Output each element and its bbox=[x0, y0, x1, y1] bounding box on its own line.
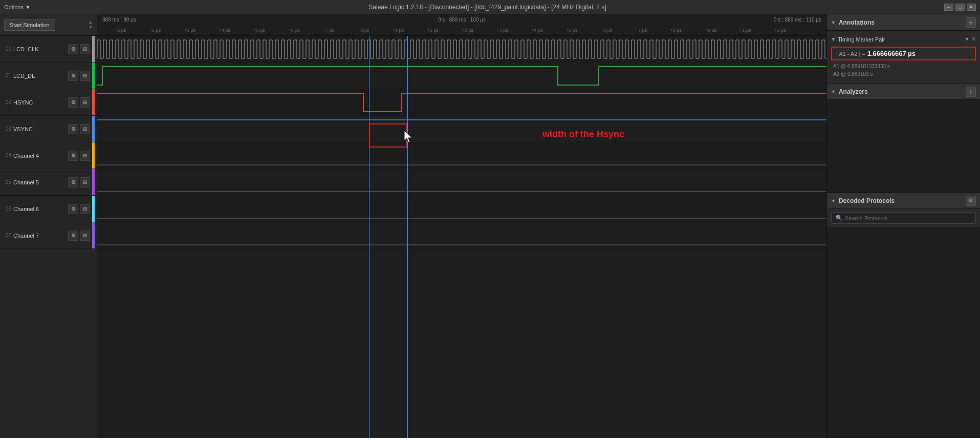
channel-icons: ⚙ ⊞ bbox=[68, 124, 90, 134]
tick-row: +1 µs+2 µs+3 µs+4 µs+5 µs+6 µs+7 µs+8 µs… bbox=[97, 25, 826, 36]
channel-panel: Start Simulation ▲ ▼ 00 LCD_CLK ⚙ ⊞ 01 L… bbox=[0, 14, 97, 438]
channel-name: VSYNC bbox=[13, 126, 66, 132]
analyzers-collapse-icon[interactable]: ▼ bbox=[831, 89, 836, 94]
decoded-protocols-section: ▼ Decoded Protocols ⚙ 🔍 Search Protocols bbox=[827, 193, 980, 438]
marker-a2-line bbox=[407, 36, 408, 438]
channel-icons: ⚙ ⊞ bbox=[68, 71, 90, 81]
decoded-protocols-gear-button[interactable]: ⚙ bbox=[966, 196, 976, 206]
main-layout: Start Simulation ▲ ▼ 00 LCD_CLK ⚙ ⊞ 01 L… bbox=[0, 14, 980, 438]
channel-row: 02 HSYNC ⚙ ⊞ bbox=[0, 89, 97, 116]
waveform-rows: width of the Hsync bbox=[97, 36, 826, 438]
start-simulation-button[interactable]: Start Simulation bbox=[4, 19, 55, 31]
channel-add-button[interactable]: ⊞ bbox=[80, 97, 90, 108]
waveform-row bbox=[97, 169, 826, 196]
channel-number: 04 bbox=[2, 153, 11, 158]
channel-color-bar bbox=[92, 142, 95, 169]
channel-name: LCD_CLK bbox=[13, 46, 66, 52]
close-btn[interactable]: ✕ bbox=[967, 4, 976, 11]
channel-number: 03 bbox=[2, 126, 11, 132]
minimize-btn[interactable]: ─ bbox=[944, 4, 953, 11]
timing-marker-dropdown-icon[interactable]: ▼ bbox=[964, 36, 970, 43]
waveform-row bbox=[97, 116, 826, 142]
time-label-center: 0 s : 889 ms : 100 µs bbox=[438, 17, 486, 23]
scroll-down-icon[interactable]: ▼ bbox=[89, 25, 93, 30]
channel-add-button[interactable]: ⊞ bbox=[80, 151, 90, 161]
waveform-signal bbox=[97, 196, 826, 222]
options-menu[interactable]: Options ▼ bbox=[4, 4, 31, 10]
annotations-collapse-icon[interactable]: ▼ bbox=[831, 20, 836, 25]
channel-color-bar bbox=[92, 196, 95, 222]
channel-settings-button[interactable]: ⚙ bbox=[68, 151, 78, 161]
channel-add-button[interactable]: ⊞ bbox=[80, 204, 90, 214]
annotations-add-button[interactable]: + bbox=[966, 17, 976, 28]
scroll-up-icon[interactable]: ▲ bbox=[89, 20, 93, 25]
time-tick: +6 µs bbox=[288, 28, 299, 33]
annotations-title: Annotations bbox=[839, 19, 963, 26]
channel-settings-button[interactable]: ⚙ bbox=[68, 97, 78, 108]
channel-settings-button[interactable]: ⚙ bbox=[68, 231, 78, 241]
channel-settings-button[interactable]: ⚙ bbox=[68, 44, 78, 54]
search-protocols-box[interactable]: 🔍 Search Protocols bbox=[831, 212, 976, 224]
timing-marker-icons: ▼ ✕ bbox=[964, 36, 976, 43]
waveform-area[interactable]: 889 ms : 90 µs 0 s : 889 ms : 100 µs 0 s… bbox=[97, 14, 826, 438]
timing-marker-value-box: | A1 - A2 | = 1.666666667 µs bbox=[831, 47, 976, 60]
timing-marker-collapse-icon[interactable]: ▼ bbox=[831, 37, 836, 42]
timing-marker-header: ▼ Timing Marker Pair ▼ ✕ bbox=[831, 34, 976, 45]
channel-name: LCD_DE bbox=[13, 73, 66, 79]
channel-row: 03 VSYNC ⚙ ⊞ bbox=[0, 116, 97, 142]
channel-row: 01 LCD_DE ⚙ ⊞ bbox=[0, 62, 97, 89]
time-tick: +4 µs bbox=[531, 28, 542, 33]
channel-row: 06 Channel 6 ⚙ ⊞ bbox=[0, 196, 97, 222]
channel-number: 05 bbox=[2, 179, 11, 185]
channel-row: 04 Channel 4 ⚙ ⊞ bbox=[0, 142, 97, 169]
window-controls: ─ □ ✕ bbox=[944, 4, 976, 11]
waveform-row bbox=[97, 62, 826, 89]
channel-color-bar bbox=[92, 36, 95, 62]
channel-settings-button[interactable]: ⚙ bbox=[68, 71, 78, 81]
time-tick: +1 µs bbox=[115, 28, 126, 33]
channel-add-button[interactable]: ⊞ bbox=[80, 71, 90, 81]
app-title: Saleae Logic 1.2.18 - [Disconnected] - [… bbox=[31, 4, 944, 11]
time-tick: +2 µs bbox=[149, 28, 161, 33]
time-label-right: 0 s : 889 ms : 110 µs bbox=[774, 17, 821, 23]
waveform-row bbox=[97, 142, 826, 169]
scroll-arrows[interactable]: ▲ ▼ bbox=[89, 20, 93, 30]
waveform-signal bbox=[97, 169, 826, 195]
time-tick: +5 µs bbox=[253, 28, 265, 33]
channel-add-button[interactable]: ⊞ bbox=[80, 177, 90, 187]
timing-detail-a2: A2 @ 0.889103 s bbox=[831, 70, 976, 78]
maximize-btn[interactable]: □ bbox=[955, 4, 965, 11]
channel-icons: ⚙ ⊞ bbox=[68, 177, 90, 187]
analyzers-content bbox=[827, 100, 980, 192]
time-tick: +2 µs bbox=[462, 28, 473, 33]
channel-settings-button[interactable]: ⚙ bbox=[68, 124, 78, 134]
time-tick: +7 µs bbox=[636, 28, 647, 33]
channel-row: 05 Channel 5 ⚙ ⊞ bbox=[0, 169, 97, 196]
title-bar: Options ▼ Saleae Logic 1.2.18 - [Disconn… bbox=[0, 0, 980, 14]
time-tick: +7 µs bbox=[323, 28, 334, 33]
annotations-content: ▼ Timing Marker Pair ▼ ✕ | A1 - A2 | = 1… bbox=[827, 31, 980, 83]
waveform-signal bbox=[97, 222, 826, 248]
channel-add-button[interactable]: ⊞ bbox=[80, 231, 90, 241]
annotations-header: ▼ Annotations + bbox=[827, 14, 980, 31]
channel-icons: ⚙ ⊞ bbox=[68, 151, 90, 161]
channel-color-bar bbox=[92, 169, 95, 195]
time-tick: +3 µs bbox=[184, 28, 195, 33]
channel-rows: 00 LCD_CLK ⚙ ⊞ 01 LCD_DE ⚙ ⊞ 02 HSYNC ⚙ … bbox=[0, 36, 97, 249]
decoded-collapse-icon[interactable]: ▼ bbox=[831, 198, 836, 203]
time-label-left: 889 ms : 90 µs bbox=[102, 17, 136, 23]
channel-add-button[interactable]: ⊞ bbox=[80, 44, 90, 54]
annotations-section: ▼ Annotations + ▼ Timing Marker Pair ▼ ✕ bbox=[827, 14, 980, 84]
channel-settings-button[interactable]: ⚙ bbox=[68, 177, 78, 187]
search-protocols-container: 🔍 Search Protocols bbox=[827, 209, 980, 227]
timing-marker-delete-icon[interactable]: ✕ bbox=[971, 36, 976, 43]
channel-settings-button[interactable]: ⚙ bbox=[68, 204, 78, 214]
decoded-protocols-header: ▼ Decoded Protocols ⚙ bbox=[827, 193, 980, 209]
channel-icons: ⚙ ⊞ bbox=[68, 204, 90, 214]
channel-add-button[interactable]: ⊞ bbox=[80, 124, 90, 134]
time-tick: +1 µs bbox=[427, 28, 439, 33]
waveform-signal bbox=[97, 62, 826, 89]
waveform-signal bbox=[97, 36, 826, 62]
analyzers-add-button[interactable]: + bbox=[966, 87, 976, 97]
time-tick: +9 µs bbox=[705, 28, 716, 33]
